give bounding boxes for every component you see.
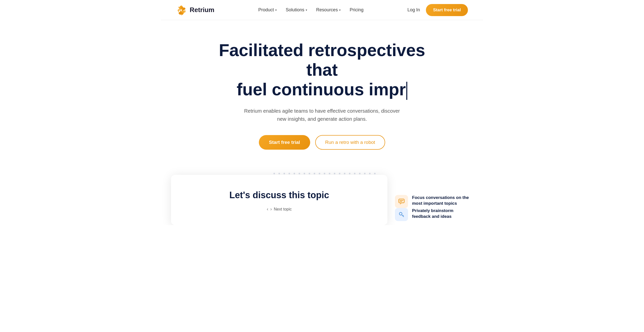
svg-point-14 [344, 173, 345, 174]
svg-point-5 [299, 173, 300, 174]
chevron-down-icon: ▾ [339, 8, 341, 12]
svg-point-66 [399, 213, 402, 215]
svg-point-1 [278, 173, 280, 174]
key-icon [398, 211, 405, 218]
text-cursor [406, 82, 407, 100]
svg-point-15 [349, 173, 350, 174]
svg-point-17 [359, 173, 360, 174]
svg-point-0 [273, 173, 275, 174]
chevron-down-icon: ▾ [306, 8, 307, 12]
nav-solutions[interactable]: Solutions ▾ [286, 7, 307, 13]
logo-text: Retrium [190, 6, 214, 14]
next-arrow-icon: › [270, 206, 272, 212]
feature-key-icon-wrap [395, 208, 408, 221]
feature-chat-icon-wrap [395, 195, 408, 208]
bottom-section: // Generate dots inline via SVG Let's di… [161, 175, 483, 225]
svg-point-18 [364, 173, 366, 174]
feature-text-1: Focus conversations on the most importan… [412, 195, 473, 206]
hero-subtitle: Retrium enables agile teams to have effe… [242, 107, 403, 123]
nav-actions: Log In Start free trial [407, 4, 468, 16]
hero-title: Facilitated retrospectives that fuel con… [209, 40, 435, 100]
prev-arrow-icon: ‹ [267, 206, 268, 212]
features-sidebar: Focus conversations on the most importan… [387, 175, 473, 221]
svg-point-3 [289, 173, 290, 174]
svg-point-7 [309, 173, 310, 174]
logo-icon [176, 5, 187, 16]
hero-buttons: Start free trial Run a retro with a robo… [259, 135, 385, 150]
demo-card: Let's discuss this topic ‹ › Next topic [171, 175, 387, 225]
hero-robot-retro-button[interactable]: Run a retro with a robot [315, 135, 385, 150]
svg-point-19 [369, 173, 371, 174]
svg-point-20 [374, 173, 376, 174]
demo-wrapper: // Generate dots inline via SVG Let's di… [171, 175, 387, 225]
svg-rect-63 [399, 199, 404, 203]
chevron-down-icon: ▾ [275, 8, 277, 12]
svg-point-16 [354, 173, 355, 174]
next-topic-label: Next topic [274, 207, 292, 212]
nav-product[interactable]: Product ▾ [258, 7, 277, 13]
nav-links: Product ▾ Solutions ▾ Resources ▾ Pricin… [258, 7, 364, 13]
svg-point-13 [339, 173, 340, 174]
hero-section: Facilitated retrospectives that fuel con… [161, 20, 483, 175]
svg-point-11 [329, 173, 330, 174]
svg-point-10 [324, 173, 325, 174]
demo-card-title: Let's discuss this topic [186, 190, 372, 200]
login-link[interactable]: Log In [407, 7, 420, 13]
logo-link[interactable]: Retrium [176, 5, 214, 16]
demo-nav[interactable]: ‹ › Next topic [186, 206, 372, 212]
hero-start-trial-button[interactable]: Start free trial [259, 135, 310, 150]
svg-point-4 [294, 173, 295, 174]
chat-icon [398, 198, 405, 205]
navbar: Retrium Product ▾ Solutions ▾ Resources … [161, 0, 483, 20]
svg-point-12 [334, 173, 335, 174]
feature-item-2: Privately brainstorm feedback and ideas [395, 208, 473, 221]
svg-point-2 [284, 173, 285, 174]
feature-item-1: Focus conversations on the most importan… [395, 195, 473, 208]
svg-point-6 [304, 173, 305, 174]
nav-start-trial-button[interactable]: Start free trial [426, 4, 468, 16]
nav-resources[interactable]: Resources ▾ [316, 7, 341, 13]
feature-text-2: Privately brainstorm feedback and ideas [412, 208, 473, 220]
nav-pricing[interactable]: Pricing [350, 7, 364, 13]
svg-point-8 [314, 173, 315, 174]
svg-point-9 [319, 173, 320, 174]
